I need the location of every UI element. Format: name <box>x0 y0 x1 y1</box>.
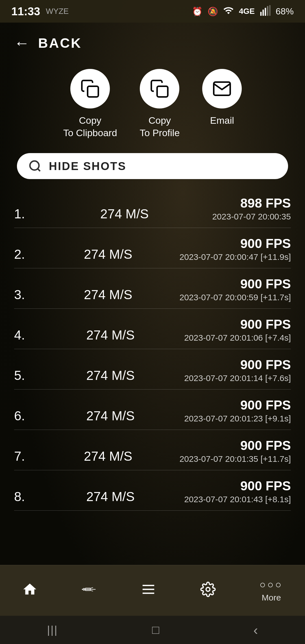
shot-number-6: 6. <box>14 408 37 423</box>
shot-ms-6: 274 M/S <box>37 408 184 423</box>
shot-right-1: 898 FPS2023-07-07 20:00:35 <box>212 195 291 221</box>
shot-number-3: 3. <box>14 287 37 302</box>
home-icon <box>22 582 38 600</box>
more-dots: ○○○ <box>260 579 283 591</box>
shot-fps-1: 898 FPS <box>212 195 291 211</box>
svg-rect-2 <box>265 8 266 16</box>
shot-ms-8: 274 M/S <box>37 489 184 504</box>
nav-list[interactable] <box>141 582 156 600</box>
shot-ms-4: 274 M/S <box>37 327 184 343</box>
svg-line-12 <box>90 590 93 591</box>
svg-rect-10 <box>85 588 90 590</box>
lte-icon: 4GE <box>239 7 255 16</box>
shot-right-4: 900 FPS2023-07-07 20:01:06 [+7.4s] <box>184 317 291 343</box>
shot-right-3: 900 FPS2023-07-07 20:00:59 [+11.7s] <box>180 276 291 302</box>
android-home-button[interactable]: □ <box>152 623 159 637</box>
shot-ms-2: 274 M/S <box>37 247 180 262</box>
shot-fps-3: 900 FPS <box>180 276 291 291</box>
email-label: Email <box>210 114 234 127</box>
shot-fps-8: 900 FPS <box>184 478 291 493</box>
shot-number-8: 8. <box>14 489 37 504</box>
copy-clipboard-label: CopyTo Clipboard <box>63 114 117 139</box>
list-icon <box>141 582 156 600</box>
shot-number-7: 7. <box>14 449 37 464</box>
nav-more[interactable]: ○○○ More <box>260 579 283 602</box>
email-icon-circle <box>202 69 242 108</box>
svg-rect-1 <box>262 9 264 16</box>
shot-right-7: 900 FPS2023-07-07 20:01:35 [+11.7s] <box>180 438 291 464</box>
alarm-icon: ⏰ <box>192 6 202 16</box>
page-title: BACK <box>38 35 82 51</box>
shot-number-5: 5. <box>14 368 37 383</box>
shot-row-8[interactable]: 8.274 M/S900 FPS2023-07-07 20:01:43 [+8.… <box>14 470 291 511</box>
shot-right-6: 900 FPS2023-07-07 20:01:23 [+9.1s] <box>184 397 291 423</box>
svg-rect-6 <box>157 86 168 97</box>
signal-icon <box>260 5 271 18</box>
wifi-icon <box>223 5 234 18</box>
copy-clipboard-button[interactable]: CopyTo Clipboard <box>63 69 117 139</box>
shot-timestamp-8: 2023-07-07 20:01:43 [+8.1s] <box>184 495 291 504</box>
android-nav-bar: ||| □ ‹ <box>0 616 305 644</box>
svg-rect-3 <box>267 6 268 16</box>
copy-profile-label: CopyTo Profile <box>140 114 180 139</box>
android-back-button[interactable]: ‹ <box>253 622 258 638</box>
svg-line-8 <box>38 169 40 171</box>
hide-shots-button[interactable]: HIDE SHOTS <box>17 153 288 179</box>
shot-row-5[interactable]: 5.274 M/S900 FPS2023-07-07 20:01:14 [+7.… <box>14 349 291 390</box>
copy-profile-button[interactable]: CopyTo Profile <box>140 69 180 139</box>
nav-home[interactable] <box>22 582 38 600</box>
shot-timestamp-3: 2023-07-07 20:00:59 [+11.7s] <box>180 293 291 302</box>
shot-fps-7: 900 FPS <box>180 438 291 453</box>
bottom-nav: ○○○ More <box>0 565 305 616</box>
shot-right-8: 900 FPS2023-07-07 20:01:43 [+8.1s] <box>184 478 291 504</box>
status-app: WYZE <box>46 7 69 16</box>
mute-icon: 🔕 <box>208 6 218 16</box>
shot-number-1: 1. <box>14 206 37 221</box>
back-button[interactable]: ← <box>14 34 30 52</box>
svg-rect-4 <box>269 5 271 16</box>
copy-profile-icon-circle <box>140 69 179 108</box>
shot-row-4[interactable]: 4.274 M/S900 FPS2023-07-07 20:01:06 [+7.… <box>14 309 291 349</box>
shot-timestamp-2: 2023-07-07 20:00:47 [+11.9s] <box>180 252 291 262</box>
shot-fps-5: 900 FPS <box>184 357 291 372</box>
hide-shots-label: HIDE SHOTS <box>49 160 126 173</box>
svg-point-18 <box>206 587 210 591</box>
settings-icon <box>200 582 216 600</box>
shot-right-5: 900 FPS2023-07-07 20:01:14 [+7.6s] <box>184 357 291 383</box>
email-button[interactable]: Email <box>202 69 242 139</box>
copy-clipboard-icon-circle <box>70 69 110 108</box>
nav-settings[interactable] <box>200 582 216 600</box>
shot-fps-4: 900 FPS <box>184 317 291 332</box>
shot-number-4: 4. <box>14 327 37 343</box>
rifle-icon <box>81 582 97 600</box>
search-icon <box>28 159 42 173</box>
shot-right-2: 900 FPS2023-07-07 20:00:47 [+11.9s] <box>180 236 291 262</box>
svg-line-11 <box>90 588 93 588</box>
shot-row-3[interactable]: 3.274 M/S900 FPS2023-07-07 20:00:59 [+11… <box>14 268 291 309</box>
shot-timestamp-5: 2023-07-07 20:01:14 [+7.6s] <box>184 373 291 383</box>
nav-rifle[interactable] <box>81 582 97 600</box>
shot-ms-7: 274 M/S <box>37 449 180 464</box>
shot-timestamp-7: 2023-07-07 20:01:35 [+11.7s] <box>180 454 291 464</box>
shot-ms-1: 274 M/S <box>37 206 212 221</box>
svg-rect-0 <box>260 12 262 16</box>
main-content: ← BACK CopyTo Clipboard CopyTo Profile <box>0 23 305 565</box>
svg-rect-5 <box>88 86 98 97</box>
battery-status: 68% <box>276 6 294 17</box>
shot-fps-2: 900 FPS <box>180 236 291 251</box>
shot-timestamp-4: 2023-07-07 20:01:06 [+7.4s] <box>184 333 291 343</box>
shot-row-7[interactable]: 7.274 M/S900 FPS2023-07-07 20:01:35 [+11… <box>14 430 291 470</box>
status-icons: ⏰ 🔕 4GE 68% <box>192 5 294 18</box>
shots-list: 1.274 M/S898 FPS2023-07-07 20:00:352.274… <box>0 188 305 565</box>
shot-ms-5: 274 M/S <box>37 368 184 383</box>
android-menu-button[interactable]: ||| <box>47 624 58 636</box>
more-label: More <box>262 593 281 602</box>
shot-row-6[interactable]: 6.274 M/S900 FPS2023-07-07 20:01:23 [+9.… <box>14 390 291 430</box>
shot-fps-6: 900 FPS <box>184 397 291 413</box>
header: ← BACK <box>0 23 305 58</box>
svg-point-7 <box>30 161 39 170</box>
action-buttons-row: CopyTo Clipboard CopyTo Profile Email <box>0 58 305 147</box>
shot-row-1[interactable]: 1.274 M/S898 FPS2023-07-07 20:00:35 <box>14 188 291 228</box>
shot-ms-3: 274 M/S <box>37 287 180 302</box>
shot-row-2[interactable]: 2.274 M/S900 FPS2023-07-07 20:00:47 [+11… <box>14 228 291 268</box>
